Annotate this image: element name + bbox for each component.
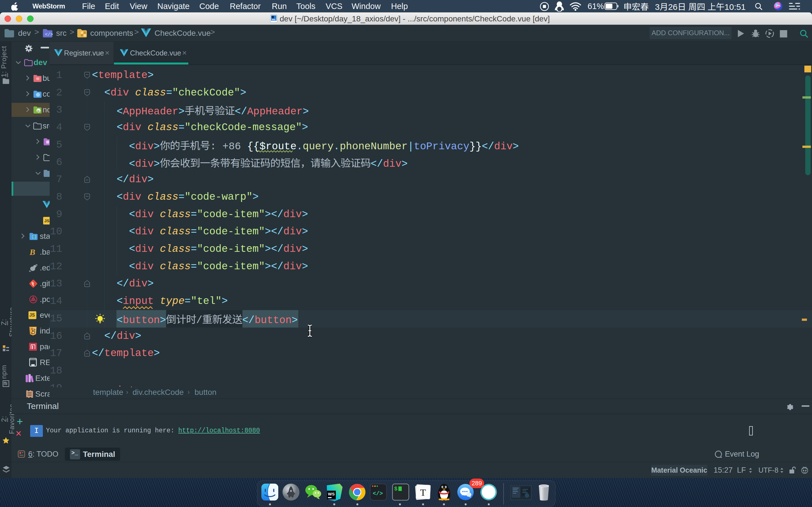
svg-text:T: T <box>420 487 426 498</box>
svg-text:</>: </> <box>45 33 53 38</box>
svg-text:WS: WS <box>272 18 276 21</box>
svg-text:WS: WS <box>328 492 335 496</box>
svg-text:$: $ <box>394 486 398 492</box>
svg-text:js: js <box>37 109 40 112</box>
svg-text:</>: </> <box>373 490 383 497</box>
